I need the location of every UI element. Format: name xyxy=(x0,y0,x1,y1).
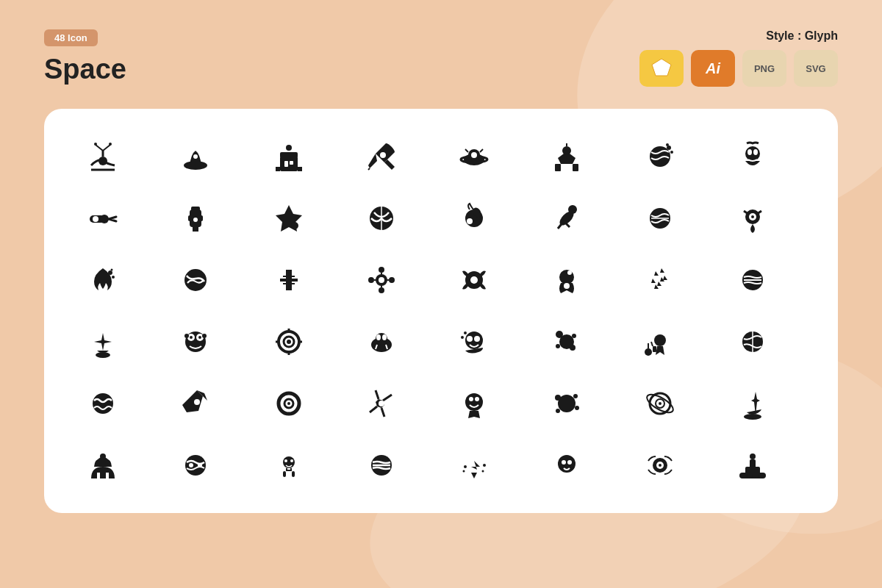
svg-point-144 xyxy=(284,459,287,462)
svg-point-15 xyxy=(286,145,292,151)
svg-rect-65 xyxy=(283,276,286,277)
list-item[interactable] xyxy=(723,193,782,244)
png-button[interactable]: PNG xyxy=(742,50,786,87)
svg-point-16 xyxy=(380,152,386,158)
list-item[interactable] xyxy=(352,254,411,306)
list-item[interactable] xyxy=(352,378,411,429)
svg-point-8 xyxy=(193,154,198,159)
list-item[interactable] xyxy=(445,131,503,182)
svg-rect-111 xyxy=(653,346,656,352)
list-item[interactable] xyxy=(259,254,318,306)
list-item[interactable] xyxy=(259,440,318,491)
list-item[interactable] xyxy=(74,254,132,306)
list-item[interactable] xyxy=(74,378,132,429)
svg-point-92 xyxy=(202,334,207,338)
list-item[interactable] xyxy=(352,316,411,368)
list-item[interactable] xyxy=(445,193,503,244)
list-item[interactable] xyxy=(723,378,782,429)
list-item[interactable] xyxy=(74,193,132,244)
svg-rect-14 xyxy=(298,167,302,171)
list-item[interactable] xyxy=(537,254,596,306)
list-item[interactable] xyxy=(537,316,596,368)
svg-rect-41 xyxy=(188,215,191,221)
svg-point-109 xyxy=(556,344,560,348)
svg-point-115 xyxy=(93,393,113,414)
list-item[interactable] xyxy=(166,254,225,306)
list-item[interactable] xyxy=(723,131,782,182)
list-item[interactable] xyxy=(445,440,503,491)
svg-point-121 xyxy=(465,393,483,411)
svg-point-90 xyxy=(198,336,201,339)
svg-rect-23 xyxy=(555,164,561,171)
svg-point-166 xyxy=(750,453,756,459)
list-item[interactable] xyxy=(166,378,225,429)
sketch-button[interactable] xyxy=(639,50,684,87)
svg-point-7 xyxy=(194,142,197,145)
svg-point-116 xyxy=(194,399,200,405)
list-item[interactable] xyxy=(723,316,782,368)
svg-point-35 xyxy=(100,215,109,223)
list-item[interactable] xyxy=(631,254,689,306)
svg-rect-12 xyxy=(280,152,298,158)
svg-rect-38 xyxy=(191,207,200,211)
svg-rect-143 xyxy=(292,471,295,477)
list-item[interactable] xyxy=(166,316,225,368)
svg-point-25 xyxy=(562,146,571,155)
svg-point-107 xyxy=(572,334,576,338)
list-item[interactable] xyxy=(352,193,411,244)
svg-point-122 xyxy=(469,397,473,401)
svg-point-123 xyxy=(475,397,479,401)
svg-point-36 xyxy=(93,216,98,222)
list-item[interactable] xyxy=(631,378,689,429)
list-item[interactable] xyxy=(445,378,503,429)
svg-point-126 xyxy=(573,394,578,398)
list-item[interactable] xyxy=(259,316,318,368)
svg-label: SVG xyxy=(806,63,825,74)
svg-line-21 xyxy=(465,149,468,152)
svg-point-83 xyxy=(564,283,570,289)
svg-point-127 xyxy=(575,406,579,410)
list-item[interactable] xyxy=(537,440,596,491)
svg-point-137 xyxy=(185,455,206,476)
svg-point-104 xyxy=(461,336,464,339)
list-item[interactable] xyxy=(352,440,411,491)
list-item[interactable] xyxy=(631,193,689,244)
svg-rect-134 xyxy=(97,473,100,478)
svg-point-49 xyxy=(467,218,473,224)
svg-rect-24 xyxy=(573,164,578,171)
list-item[interactable] xyxy=(166,131,225,182)
list-item[interactable] xyxy=(74,316,132,368)
list-item[interactable] xyxy=(445,254,503,306)
list-item[interactable] xyxy=(166,440,225,491)
list-item[interactable] xyxy=(74,440,132,491)
list-item[interactable] xyxy=(631,316,689,368)
png-label: PNG xyxy=(754,63,775,74)
list-item[interactable] xyxy=(631,131,689,182)
list-item[interactable] xyxy=(537,193,596,244)
list-item[interactable] xyxy=(723,440,782,491)
svg-point-20 xyxy=(471,152,477,158)
list-item[interactable] xyxy=(259,378,318,429)
list-item[interactable] xyxy=(259,193,318,244)
svg-point-157 xyxy=(659,464,662,467)
list-item[interactable] xyxy=(352,131,411,182)
list-item[interactable] xyxy=(74,131,132,182)
svg-rect-142 xyxy=(283,471,286,477)
list-item[interactable] xyxy=(631,440,689,491)
list-item[interactable] xyxy=(723,254,782,306)
svg-rect-60 xyxy=(286,276,292,284)
list-item[interactable] xyxy=(259,131,318,182)
icons-card xyxy=(44,109,838,513)
list-item[interactable] xyxy=(445,316,503,368)
ai-button[interactable]: Ai xyxy=(691,50,735,87)
list-item[interactable] xyxy=(537,378,596,429)
svg-point-55 xyxy=(751,215,754,218)
svg-button[interactable]: SVG xyxy=(794,50,838,87)
svg-point-119 xyxy=(287,402,290,405)
list-item[interactable] xyxy=(166,193,225,244)
svg-point-125 xyxy=(555,395,561,401)
list-item[interactable] xyxy=(537,131,596,182)
svg-rect-62 xyxy=(292,279,298,282)
svg-point-98 xyxy=(376,334,381,340)
svg-point-154 xyxy=(567,460,572,465)
